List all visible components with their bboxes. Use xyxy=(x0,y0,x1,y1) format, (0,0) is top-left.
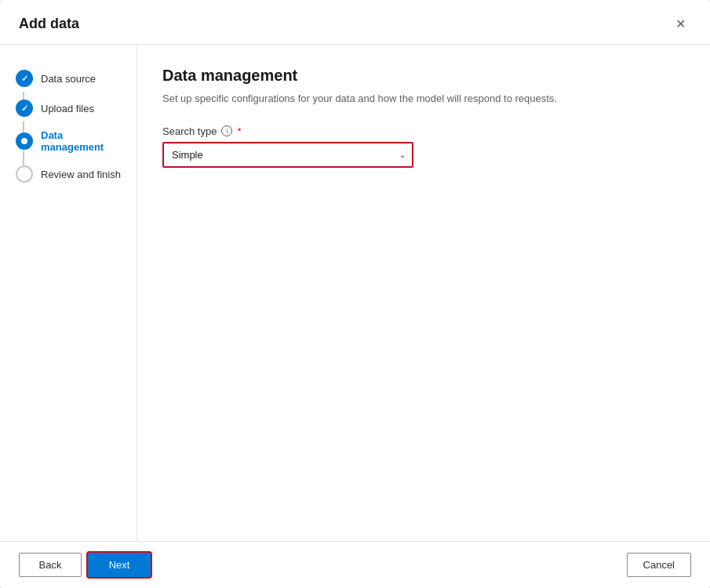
section-title: Data management xyxy=(162,67,685,85)
search-type-label-text: Search type xyxy=(162,125,217,137)
step-data-management: Data management xyxy=(13,123,124,159)
search-type-select[interactable]: Simple Semantic Vector Hybrid (vector + … xyxy=(162,142,413,168)
sidebar: ✓ Data source ✓ Upload files Data manage… xyxy=(0,45,137,541)
dot-icon-data-management xyxy=(21,138,27,144)
back-button[interactable]: Back xyxy=(19,553,82,577)
dialog-header: Add data ✕ xyxy=(0,0,710,45)
step-circle-data-management xyxy=(16,132,33,150)
step-circle-data-source: ✓ xyxy=(16,70,33,87)
step-label-data-management: Data management xyxy=(41,129,121,153)
cancel-button[interactable]: Cancel xyxy=(627,553,691,577)
step-circle-upload-files: ✓ xyxy=(16,100,33,117)
step-data-source: ✓ Data source xyxy=(13,64,124,93)
step-label-data-source: Data source xyxy=(41,73,96,85)
step-review-finish: Review and finish xyxy=(13,159,124,189)
close-button[interactable]: ✕ xyxy=(669,13,691,34)
check-icon-upload-files: ✓ xyxy=(21,103,28,114)
dialog-title: Add data xyxy=(19,16,79,32)
add-data-dialog: Add data ✕ ✓ Data source ✓ Upload files xyxy=(0,0,710,588)
step-circle-review-finish xyxy=(16,165,33,183)
dialog-footer: Back Next Cancel xyxy=(0,541,710,588)
step-label-upload-files: Upload files xyxy=(41,103,94,114)
next-button[interactable]: Next xyxy=(88,553,151,577)
step-label-review-finish: Review and finish xyxy=(41,169,121,180)
dialog-body: ✓ Data source ✓ Upload files Data manage… xyxy=(0,45,710,541)
check-icon-data-source: ✓ xyxy=(21,74,28,84)
close-icon: ✕ xyxy=(675,16,686,31)
search-type-select-wrapper: Simple Semantic Vector Hybrid (vector + … xyxy=(162,142,413,168)
search-type-field-group: Search type i * Simple Semantic Vector H… xyxy=(162,125,685,168)
section-description: Set up specific configurations for your … xyxy=(162,91,685,107)
search-type-info-icon[interactable]: i xyxy=(221,125,232,136)
required-star: * xyxy=(237,125,241,137)
search-type-label: Search type i * xyxy=(162,125,685,137)
step-upload-files: ✓ Upload files xyxy=(13,93,124,123)
main-content: Data management Set up specific configur… xyxy=(137,45,710,541)
